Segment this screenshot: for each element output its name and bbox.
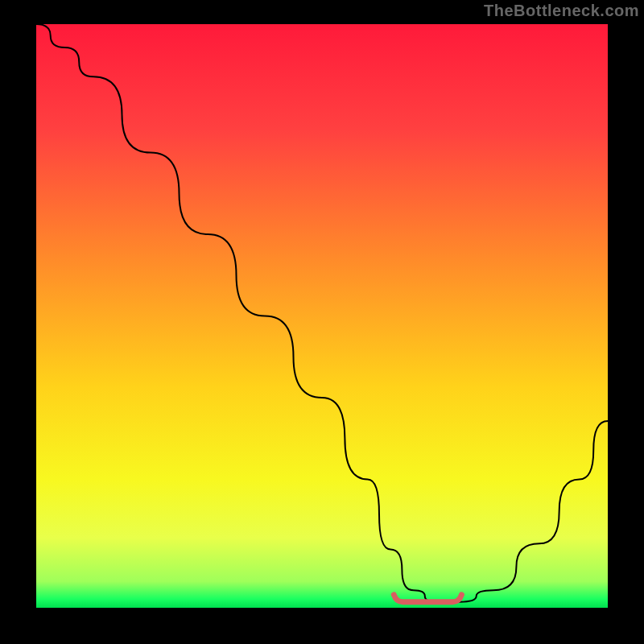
chart-container: TheBottleneck.com: [0, 0, 644, 644]
chart-svg: [36, 24, 608, 608]
plot-area: [36, 24, 608, 608]
watermark-text: TheBottleneck.com: [484, 2, 639, 20]
